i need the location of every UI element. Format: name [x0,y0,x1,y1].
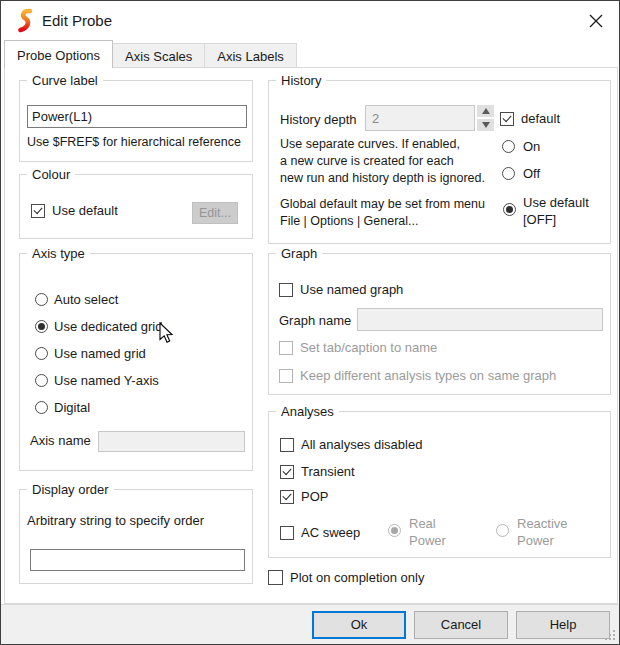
curve-label-group: Curve label Use $FREF$ for hierarchical … [19,80,253,162]
history-default-checkbox[interactable] [500,112,514,126]
keep-analysis-types-checkbox [279,369,293,383]
axis-use-dedicated-grid-radio[interactable] [35,320,48,333]
history-on-radio[interactable] [502,140,515,153]
triangle-up-icon [482,108,490,114]
curve-label-input[interactable] [27,105,247,128]
close-button[interactable] [579,7,613,34]
tab-axis-labels[interactable]: Axis Labels [205,43,296,68]
graph-name-input [357,308,603,331]
colour-use-default-label: Use default [52,203,118,218]
plot-on-completion-checkbox[interactable] [268,570,283,585]
real-power-label: Real Power [409,515,446,549]
ac-sweep-checkbox[interactable] [280,526,294,540]
display-order-group: Display order Arbitrary string to specif… [19,489,253,584]
help-button[interactable]: Help [516,611,610,639]
ok-button[interactable]: Ok [312,611,406,639]
set-tab-caption-checkbox [279,341,293,355]
axis-digital-radio[interactable] [35,401,48,414]
tab-probe-options[interactable]: Probe Options [4,40,113,68]
spin-up-button [477,105,494,117]
history-use-default-label: Use default [OFF] [523,194,589,228]
graph-group: Graph Use named graph Graph name Set tab… [268,253,611,395]
axis-type-group-title: Axis type [27,246,90,261]
history-global-note: Global default may be set from menu File… [280,196,485,230]
resize-grip[interactable] [605,628,616,643]
history-depth-spinner: 2 [365,105,494,131]
tab-axis-scales[interactable]: Axis Scales [113,43,205,68]
colour-group-title: Colour [27,167,75,182]
history-group: History History depth 2 default Use sepa… [268,80,611,244]
axis-use-named-grid-radio[interactable] [35,347,48,360]
edit-probe-dialog: Edit Probe Probe Options Axis Scales Axi… [0,0,620,645]
axis-name-label: Axis name [30,433,91,448]
triangle-down-icon [482,122,490,128]
close-icon [589,14,603,28]
curve-label-note: Use $FREF$ for hierarchical reference [27,135,241,149]
mouse-cursor [159,322,174,347]
spin-down-button [477,119,494,131]
display-order-input[interactable] [30,549,245,571]
pop-checkbox[interactable] [280,490,294,504]
curve-label-group-title: Curve label [27,73,103,88]
plot-on-completion-label: Plot on completion only [290,570,424,585]
axis-name-input [98,431,245,452]
cancel-button[interactable]: Cancel [414,611,508,639]
history-depth-label: History depth [280,112,357,127]
display-order-group-title: Display order [27,482,114,497]
display-order-note: Arbitrary string to specify order [27,513,204,528]
history-separate-curves-text: Use separate curves. If enabled, a new c… [280,136,485,187]
history-use-default-radio[interactable] [503,203,516,216]
colour-edit-button: Edit... [192,202,238,224]
history-depth-value: 2 [365,105,475,131]
transient-checkbox[interactable] [280,465,294,479]
axis-name-row: Axis name [30,433,91,448]
analyses-group-title: Analyses [276,404,339,419]
axis-auto-select-radio[interactable] [35,293,48,306]
all-analyses-disabled-checkbox[interactable] [280,438,294,452]
use-named-graph-checkbox[interactable] [279,283,293,297]
dialog-title: Edit Probe [42,12,112,29]
colour-use-default-checkbox[interactable] [31,204,45,218]
axis-type-group: Axis type Auto select Use dedicated grid… [19,253,253,471]
graph-group-title: Graph [276,246,322,261]
button-bar: Ok Cancel Help [1,604,619,645]
reactive-power-label: Reactive Power [517,515,568,549]
reactive-power-radio [496,524,509,537]
simetrix-logo-icon [14,8,35,37]
tab-bar: Probe Options Axis Scales Axis Labels [4,40,297,68]
real-power-radio [388,524,401,537]
history-off-radio[interactable] [502,167,515,180]
graph-name-label: Graph name [279,313,351,328]
history-default-label: default [521,111,560,126]
colour-group: Colour Use default Edit... [19,174,253,239]
axis-use-named-yaxis-radio[interactable] [35,374,48,387]
history-group-title: History [276,73,326,88]
analyses-group: Analyses All analyses disabled Transient… [268,411,611,558]
title-bar: Edit Probe [1,1,619,40]
